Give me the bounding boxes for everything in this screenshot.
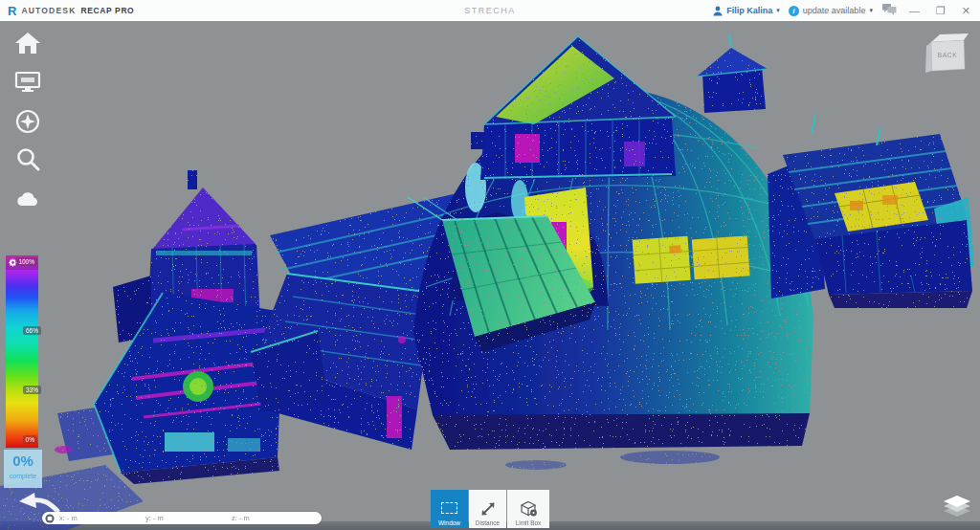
chat-bubbles-icon (881, 3, 897, 15)
window-select-icon (441, 500, 457, 518)
spectrum-label-33: 33% (23, 386, 41, 394)
home-icon (13, 44, 42, 60)
point-cloud-render[interactable] (0, 0, 980, 530)
coordinate-x-readout: x: - m (59, 514, 145, 522)
layers-button[interactable] (942, 494, 972, 524)
feedback-button[interactable] (881, 2, 897, 19)
spectrum-label-100: 100% (15, 257, 37, 266)
viewcube[interactable]: BACK (919, 27, 972, 80)
coordinate-z-readout: z: - m (232, 514, 318, 522)
distance-tool-label: Distance (476, 519, 500, 526)
coordinate-settings-gear-icon[interactable] (45, 510, 55, 527)
user-account-menu[interactable]: Filip Kalina ▾ (713, 6, 780, 16)
limit-box-tool-label: Limit Box (516, 519, 542, 526)
cloud-button[interactable] (13, 186, 42, 214)
window-select-tool-button[interactable]: Window (431, 490, 468, 528)
navigate-button[interactable] (13, 107, 42, 136)
distance-tool-button[interactable]: Distance (469, 490, 506, 528)
display-icon (13, 82, 42, 99)
user-caret-icon: ▾ (776, 7, 780, 14)
progress-label: complete (4, 473, 42, 479)
close-button[interactable]: ✕ (958, 0, 974, 21)
coordinate-readout-bar: x: - m y: - m z: - m (42, 512, 322, 524)
measure-toolbar: Window Distance Limit Box (431, 490, 549, 528)
user-icon (713, 6, 723, 16)
distance-icon (479, 500, 497, 518)
restore-button[interactable]: ❐ (932, 0, 949, 21)
search-icon (13, 161, 42, 177)
cloud-icon (13, 201, 42, 217)
coordinate-y-readout: y: - m (145, 514, 232, 522)
limit-box-tool-button[interactable]: Limit Box (507, 490, 549, 528)
title-bar: R AUTODESK RECAP PRO STRECHA Filip Kalin… (0, 0, 980, 21)
spectrum-label-66: 66% (23, 326, 41, 335)
spectrum-label-0: 0% (23, 435, 37, 444)
elevation-spectrum-legend[interactable]: 100% 66% 33% 0% (6, 255, 38, 448)
compass-icon (13, 122, 42, 139)
limit-box-icon (519, 500, 539, 518)
update-caret-icon: ▾ (869, 7, 873, 14)
scan-progress-indicator: 0% complete (4, 450, 42, 488)
user-name: Filip Kalina (726, 6, 772, 15)
search-button[interactable] (13, 145, 42, 174)
home-button[interactable] (13, 29, 42, 57)
update-available-menu[interactable]: i update available ▾ (789, 6, 873, 16)
info-icon: i (789, 6, 799, 16)
display-mode-button[interactable] (13, 67, 42, 96)
layers-icon (942, 507, 972, 523)
update-available-text: update available (803, 6, 866, 15)
scanned-building-group (0, 34, 974, 530)
minimize-button[interactable]: — (905, 0, 924, 21)
viewcube-front-label: BACK (937, 52, 957, 58)
recap-app-window: 100% 66% 33% 0% 0% complete x: - m (0, 0, 980, 530)
window-tool-label: Window (438, 519, 460, 526)
3d-viewport[interactable]: 100% 66% 33% 0% 0% complete x: - m (0, 21, 980, 530)
progress-percent: 0% (4, 450, 42, 473)
